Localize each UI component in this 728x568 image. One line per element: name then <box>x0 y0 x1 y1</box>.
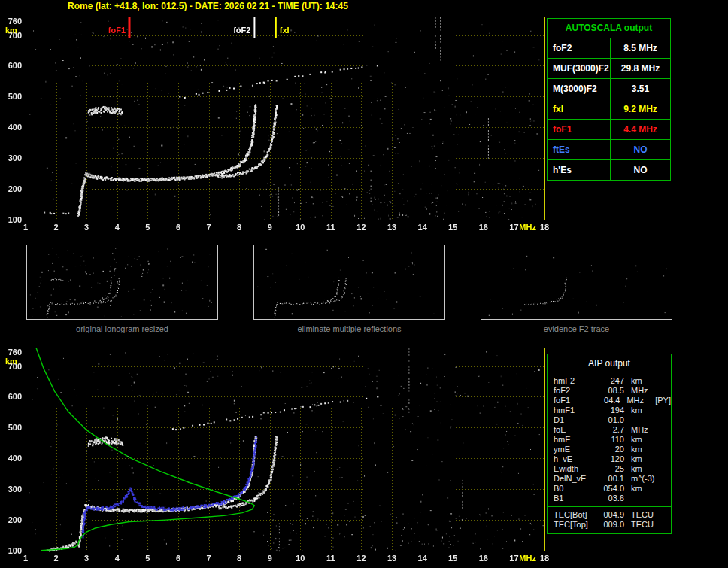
aip-param-label: foF1 <box>554 396 595 405</box>
aip-param-value: 03.6 <box>597 494 624 503</box>
thumbnail-eliminate-canvas <box>254 245 444 319</box>
autoscala-row-hes: h'EsNO <box>548 159 670 180</box>
aip-row-d1: D101.0 <box>548 415 671 425</box>
top-ionogram-canvas <box>0 12 557 238</box>
aip-row-b1: B103.6 <box>548 494 671 503</box>
aip-param-unit: km <box>624 376 660 386</box>
aip-param-unit: MHz <box>624 425 660 435</box>
aip-param-extra <box>660 474 671 484</box>
autoscala-param-value: 3.51 <box>611 79 670 99</box>
aip-param-label: B1 <box>554 494 597 503</box>
aip-param-label: TEC[Top] <box>554 520 597 530</box>
aip-param-value: 247 <box>597 376 624 386</box>
aip-table-rows: hmF2247kmfoF208.5MHzfoF104.4MHz[PY]hmF11… <box>548 376 671 503</box>
autoscala-param-label: fxI <box>548 99 611 119</box>
aip-param-extra <box>660 494 671 503</box>
aip-row-ewidth: Ewidth25km <box>548 464 671 474</box>
autoscala-row-fof2: foF28.5 MHz <box>548 38 670 58</box>
autoscala-row-muf3000f2: MUF(3000)F229.8 MHz <box>548 58 670 78</box>
aip-param-unit: m^(-3) <box>624 474 660 484</box>
autoscala-param-value: 29.8 MHz <box>611 59 670 78</box>
aip-row-hmf1: hmF1194km <box>548 405 671 415</box>
aip-tec-rows: TEC[Bot]004.9TECUTEC[Top]009.0TECU <box>548 510 671 530</box>
thumbnail-caption-eliminate: eliminate multiple reflections <box>253 324 445 333</box>
autoscala-param-label: foF2 <box>548 38 611 58</box>
aip-param-value: 01.0 <box>597 415 624 425</box>
autoscala-row-fxi: fxI9.2 MHz <box>548 99 670 119</box>
aip-param-value: 194 <box>597 405 624 415</box>
aip-param-value: 25 <box>597 464 624 474</box>
thumbnail-original-canvas <box>27 245 217 319</box>
aip-param-value: 004.9 <box>597 510 624 520</box>
aip-param-value: 110 <box>597 435 624 445</box>
aip-table-title: AIP output <box>548 354 671 372</box>
autoscala-param-value: NO <box>611 160 670 180</box>
aip-param-value: 08.5 <box>597 386 624 396</box>
autoscala-table-rows: foF28.5 MHzMUF(3000)F229.8 MHzM(3000)F23… <box>548 38 670 180</box>
aip-param-value: 2.7 <box>597 425 624 435</box>
autoscala-param-label: h'Es <box>548 160 611 180</box>
aip-param-label: TEC[Bot] <box>554 510 597 520</box>
aip-row-fof2: foF208.5MHz <box>548 386 671 396</box>
aip-param-label: hmF2 <box>554 376 597 386</box>
aip-param-extra <box>660 425 671 435</box>
aip-param-unit: km <box>624 445 660 454</box>
autoscala-param-label: foF1 <box>548 120 611 139</box>
aip-param-label: B0 <box>554 484 597 494</box>
aip-param-value: 00.1 <box>597 474 624 484</box>
thumbnail-eliminate-reflections <box>253 245 445 320</box>
aip-tec-separator <box>548 506 671 507</box>
thumbnail-original-ionogram <box>26 245 218 320</box>
aip-param-label: foF2 <box>554 386 597 396</box>
aip-param-extra <box>660 520 671 530</box>
aip-param-unit <box>624 494 660 503</box>
aip-param-extra <box>660 386 671 396</box>
thumbnail-caption-evidence: evidence F2 trace <box>481 324 672 333</box>
aip-param-unit: MHz <box>620 396 654 405</box>
aip-param-unit <box>624 415 660 425</box>
aip-param-label: DelN_vE <box>554 474 597 484</box>
aip-param-value: 120 <box>597 454 624 464</box>
aip-param-label: foE <box>554 425 597 435</box>
autoscala-param-value: 9.2 MHz <box>611 99 670 119</box>
autoscala-param-value: 4.4 MHz <box>611 120 670 139</box>
autoscala-table-title: AUTOSCALA output <box>548 19 670 38</box>
aip-param-unit: km <box>624 464 660 474</box>
aip-param-unit: MHz <box>624 386 660 396</box>
aip-row-foe: foE2.7MHz <box>548 425 671 435</box>
aip-row-fof1: foF104.4MHz[PY] <box>548 396 671 405</box>
aip-param-label: ymE <box>554 445 597 454</box>
aip-row-hve: h_vE120km <box>548 454 671 464</box>
aip-row-tectop: TEC[Top]009.0TECU <box>548 520 671 530</box>
autoscala-param-label: ftEs <box>548 140 611 159</box>
aip-param-extra <box>660 510 671 520</box>
autoscala-row-fof1: foF14.4 MHz <box>548 119 670 139</box>
bottom-ionogram-canvas <box>0 343 557 568</box>
aip-param-extra <box>660 376 671 386</box>
aip-param-value: 04.4 <box>595 396 620 405</box>
aip-param-unit: km <box>624 435 660 445</box>
aip-param-extra <box>660 405 671 415</box>
aip-param-extra <box>660 435 671 445</box>
aip-param-extra <box>660 445 671 454</box>
autoscala-output-table: AUTOSCALA output foF28.5 MHzMUF(3000)F22… <box>547 18 671 181</box>
aip-param-unit: TECU <box>624 510 660 520</box>
thumbnail-caption-original: original ionogram resized <box>26 324 218 333</box>
aip-param-extra <box>660 415 671 425</box>
aip-param-label: hmE <box>554 435 597 445</box>
autoscala-row-m3000f2: M(3000)F23.51 <box>548 78 670 99</box>
aip-output-table: AIP output hmF2247kmfoF208.5MHzfoF104.4M… <box>547 354 672 534</box>
aip-row-hmf2: hmF2247km <box>548 376 671 386</box>
aip-row-tecbot: TEC[Bot]004.9TECU <box>548 510 671 520</box>
aip-row-b0: B0054.0km <box>548 484 671 494</box>
aip-param-label: D1 <box>554 415 597 425</box>
aip-param-value: 009.0 <box>597 520 624 530</box>
aip-param-extra <box>660 484 671 494</box>
aip-param-unit: km <box>624 484 660 494</box>
aip-param-label: h_vE <box>554 454 597 464</box>
aip-param-unit: km <box>624 405 660 415</box>
aip-param-extra <box>660 464 671 474</box>
aip-row-delnve: DelN_vE00.1m^(-3) <box>548 474 671 484</box>
station-date-time-title: Rome (lat: +41.8, lon: 012.5) - DATE: 20… <box>68 1 348 11</box>
aip-param-label: hmF1 <box>554 405 597 415</box>
